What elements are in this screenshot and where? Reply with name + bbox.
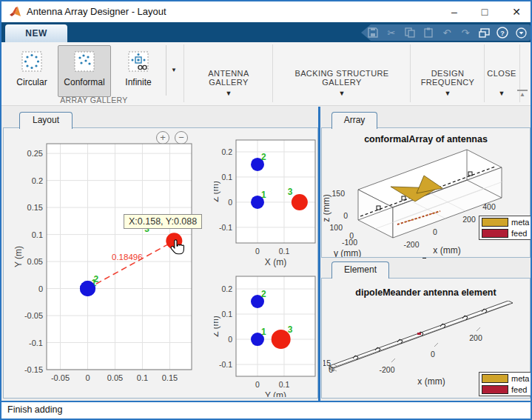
status-bar: Finish adding — [1, 401, 531, 419]
gallery-button-circular[interactable]: Circular — [7, 45, 56, 97]
y-tick-label: 0.2 — [32, 176, 43, 185]
gallery-expand-arrow[interactable]: ▼ — [166, 45, 181, 96]
distance-label: 0.18496 — [112, 253, 143, 261]
windows-layout-icon[interactable] — [477, 26, 491, 39]
tab-layout[interactable]: Layout — [19, 112, 73, 129]
hand-cursor-icon — [168, 239, 186, 259]
maximize-button[interactable]: □ — [470, 1, 499, 22]
title-bar: Antenna Array Designer - Layout – □ ✕ — [1, 1, 531, 22]
x-tick-label: 0 — [433, 227, 437, 236]
help-icon[interactable]: ? — [496, 26, 509, 39]
y-tick-label: -100 — [342, 238, 357, 247]
y-tick-label: 0.15 — [27, 203, 43, 212]
y-tick-label: -0.05 — [24, 311, 43, 320]
quick-access-toolbar: ✂ ↶ ↷ ? — [361, 24, 531, 41]
collapse-ribbon-icon[interactable]: ▲ — [517, 90, 528, 100]
section-backing-structure-gallery[interactable]: BACKING STRUCTURE GALLERY — [277, 69, 407, 87]
antenna-element-point[interactable] — [292, 194, 308, 210]
backing-structure-dropdown-icon[interactable]: ▼ — [277, 90, 407, 97]
element-number-label: 1 — [261, 327, 266, 337]
x-tick-label: 400 — [482, 202, 496, 211]
legend-label: meta — [511, 218, 529, 227]
toolbar-separator — [410, 44, 411, 102]
x-tick-label: -200 — [403, 240, 419, 249]
cut-icon[interactable]: ✂ — [385, 26, 398, 39]
gallery-button-infinite[interactable]: Infinite — [112, 45, 164, 97]
element-number-label: 3 — [288, 324, 293, 335]
x-axis-label: x (mm) — [433, 245, 460, 256]
x-tick-label: 200 — [462, 215, 476, 224]
element-number-label: 3 — [288, 187, 293, 197]
tab-array[interactable]: Array — [331, 112, 377, 129]
y-tick-label: 0.2 — [221, 284, 232, 293]
gallery-button-label: Conformal — [58, 77, 110, 87]
design-frequency-dropdown-icon[interactable]: ▼ — [413, 90, 482, 97]
section-antenna-gallery[interactable]: ANTENNA GALLERY — [188, 69, 269, 87]
undo-icon[interactable]: ↶ — [440, 26, 454, 39]
toolstrip: Circular Conformal Infinite ▼ ARRAY GALL… — [1, 42, 531, 106]
legend-swatch — [482, 229, 508, 238]
svg-text:?: ? — [500, 30, 505, 37]
content-area: Layout + − 0.18496123-0.0500.050.10.150.… — [1, 106, 531, 401]
legend-row: feed — [482, 385, 529, 394]
legend-label: feed — [511, 385, 527, 394]
legend-row: meta — [482, 374, 529, 383]
section-close[interactable]: CLOSE — [485, 69, 518, 78]
array-legend: metafeed — [479, 216, 532, 240]
element-panel: dipoleMeander antenna element — [321, 278, 531, 399]
y-tick-label: -0.1 — [29, 339, 43, 347]
antenna-gallery-dropdown-icon[interactable]: ▼ — [188, 90, 269, 97]
conformal-array-icon — [74, 51, 95, 72]
z-tick-label: 0 — [329, 365, 333, 374]
legend-swatch — [482, 385, 508, 394]
element-number-label: 2 — [261, 289, 266, 299]
coordinate-tooltip: X:0.158, Y:0.088 — [124, 214, 202, 229]
window-title: Antenna Array Designer - Layout — [27, 6, 166, 17]
gallery-button-conformal[interactable]: Conformal — [58, 45, 111, 97]
more-actions-icon[interactable] — [514, 26, 528, 39]
feed-mark — [417, 333, 421, 335]
x-tick-label: 0.1 — [137, 373, 148, 382]
z-axis-label: z (mm) — [323, 194, 331, 221]
x-tick-label: -0.05 — [51, 373, 70, 382]
x-tick-label: -200 — [379, 365, 394, 374]
y-tick-label: 0.05 — [27, 257, 43, 266]
y-tick-label: -0.15 — [24, 365, 43, 374]
tab-element[interactable]: Element — [331, 261, 389, 279]
y-tick-label: 0.1 — [221, 173, 232, 181]
y-tick-label: 0.25 — [27, 149, 43, 158]
close-button[interactable]: ✕ — [502, 1, 531, 22]
y-tick-label: 0 — [228, 198, 232, 207]
y-axis-label: Z (m) — [214, 181, 220, 202]
x-tick-label: 0 — [255, 247, 260, 256]
x-axis-label: Y (m) — [265, 390, 286, 397]
section-design-frequency[interactable]: DESIGN FREQUENCY — [413, 69, 482, 87]
matlab-logo-icon — [9, 6, 21, 19]
y-tick-label: 0 — [38, 284, 43, 293]
x-axis-label: x (mm) — [417, 376, 445, 387]
save-icon[interactable] — [366, 26, 380, 39]
layout-panel: + − 0.18496123-0.0500.050.10.150.250.20.… — [3, 127, 318, 399]
y-tick-label: 0.1 — [221, 310, 232, 319]
copy-icon[interactable] — [403, 26, 417, 39]
y-axis-label: Z (m) — [214, 316, 220, 337]
element-number-label: 2 — [261, 152, 266, 162]
x-tick-label: 0 — [431, 350, 435, 359]
x-tick-label: 0.1 — [279, 247, 290, 256]
gallery-button-label: Infinite — [113, 77, 164, 87]
paste-icon[interactable] — [422, 26, 435, 39]
app-window: Antenna Array Designer - Layout – □ ✕ NE… — [0, 0, 532, 420]
y-tick-label: 0.1 — [32, 230, 43, 239]
x-axis-label: X (m) — [265, 257, 286, 267]
array-3d-plot: -20002004001000-1001500x (mm)y (mm)z (mm… — [323, 147, 530, 257]
redo-icon[interactable]: ↷ — [459, 26, 472, 39]
legend-row: meta — [482, 218, 529, 227]
close-dropdown-icon[interactable]: ▼ — [485, 90, 518, 97]
minimize-button[interactable]: – — [440, 1, 469, 22]
dipole-meander-shape — [329, 301, 513, 371]
toolbar-separator — [183, 44, 184, 102]
tab-new[interactable]: NEW — [5, 24, 67, 42]
element-number-label: 1 — [261, 190, 266, 200]
infinite-array-icon — [128, 51, 149, 72]
layout-xz-plot: 12300.10.20.10-0.1X (m)Z (m) — [214, 133, 319, 270]
